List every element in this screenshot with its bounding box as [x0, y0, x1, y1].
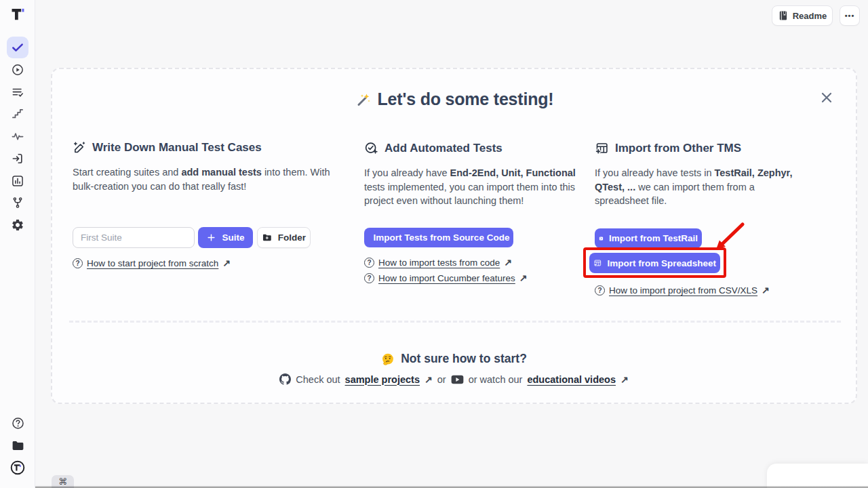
onboarding-card: Let's do some testing! Write Down Manual…	[51, 68, 857, 404]
sidebar-item-help[interactable]	[7, 412, 28, 434]
question-icon: ?	[73, 258, 83, 268]
sidebar-item-projects[interactable]	[7, 434, 28, 456]
folder-plus-icon	[262, 232, 273, 243]
column-automated-title: Add Automated Tests	[364, 141, 576, 155]
column-import-tms: Import from Other TMS If you already hav…	[595, 141, 798, 208]
help-circle-icon	[11, 416, 25, 430]
sidebar-item-branches[interactable]	[7, 192, 28, 214]
readme-label: Readme	[793, 11, 827, 21]
question-icon: ?	[364, 273, 374, 283]
column-import-title: Import from Other TMS	[595, 141, 798, 155]
external-link-icon: ↗	[762, 285, 770, 296]
list-check-icon	[11, 85, 24, 99]
help-link-row: ? How to import tests from code ↗	[364, 257, 512, 268]
import-from-testrail-button[interactable]: Import from TestRail	[595, 228, 702, 248]
educational-videos-link[interactable]: educational videos	[527, 374, 616, 385]
column-automated-description: If you already have End-2End, Unit, Func…	[364, 166, 576, 208]
column-automated-tests: Add Automated Tests If you already have …	[364, 141, 576, 208]
column-import-description: If you already have tests in TestRail, Z…	[595, 166, 798, 208]
bar-chart-icon	[11, 174, 24, 188]
play-circle-icon	[11, 63, 24, 77]
account-logo-icon	[9, 460, 26, 476]
book-icon	[778, 10, 788, 21]
circle-check-plus-icon	[364, 141, 378, 155]
sidebar-item-tests[interactable]	[7, 37, 28, 58]
sidebar-item-analytics[interactable]	[7, 170, 28, 192]
annotation-arrow	[710, 220, 752, 256]
how-to-import-cucumber-features-link[interactable]: How to import Cucumber features	[378, 273, 515, 283]
steps-icon	[11, 107, 24, 121]
table-plus-icon	[595, 141, 609, 155]
import-icon	[11, 152, 24, 165]
sidebar-item-account[interactable]	[7, 457, 28, 479]
import-from-spreadsheet-button[interactable]: Import from Spreadsheet	[589, 253, 720, 273]
column-manual-tests: Write Down Manual Test Cases Start creat…	[73, 141, 334, 193]
help-link-row: ? How to import project from CSV/XLS ↗	[595, 285, 770, 296]
question-icon: ?	[364, 258, 374, 268]
bottom-right-widget[interactable]	[767, 464, 868, 488]
arrow-square-icon	[599, 233, 604, 244]
more-options-button[interactable]: •••	[840, 5, 860, 26]
activity-pulse-icon	[11, 129, 24, 143]
question-icon: ?	[595, 285, 605, 296]
pencil-sparkle-icon	[73, 141, 86, 155]
help-link-row: ? How to start project from scratch ↗	[73, 258, 231, 268]
folder-icon	[11, 439, 25, 453]
external-link-icon: ↗	[620, 374, 629, 385]
how-to-import-from-csv-xls-link[interactable]: How to import project from CSV/XLS	[609, 285, 757, 296]
how-to-start-from-scratch-link[interactable]: How to start project from scratch	[87, 258, 218, 268]
app-logo-icon	[9, 5, 26, 23]
git-fork-icon	[11, 196, 24, 209]
sidebar-item-settings[interactable]	[7, 214, 28, 236]
footer-title: Not sure how to start?	[52, 352, 856, 366]
page-title-text: Let's do some testing!	[378, 89, 554, 109]
sidebar-item-runs[interactable]	[7, 59, 28, 81]
external-link-icon: ↗	[504, 257, 512, 268]
external-link-icon: ↗	[425, 374, 433, 385]
column-manual-title: Write Down Manual Test Cases	[73, 141, 334, 155]
plus-icon	[206, 232, 216, 243]
app-logo[interactable]	[9, 5, 26, 23]
how-to-import-tests-from-code-link[interactable]: How to import tests from code	[378, 258, 500, 268]
external-link-icon: ↗	[222, 258, 231, 268]
page-title: Let's do some testing!	[52, 89, 856, 109]
github-icon	[279, 373, 291, 385]
help-link-row: ? How to import Cucumber features ↗	[364, 272, 528, 283]
readme-button[interactable]: Readme	[772, 5, 833, 26]
ellipsis-icon: •••	[845, 12, 855, 20]
command-icon: ⌘	[58, 476, 67, 487]
external-link-icon: ↗	[519, 272, 528, 283]
table-plus-icon	[593, 258, 601, 268]
command-shortcut-button[interactable]: ⌘	[52, 475, 74, 488]
magic-wand-emoji	[355, 92, 371, 108]
first-suite-input[interactable]	[73, 227, 195, 248]
section-divider	[69, 321, 841, 323]
footer-links-row: Check out sample projects ↗ or or watch …	[52, 373, 856, 385]
check-icon	[11, 41, 24, 54]
add-folder-button[interactable]: Folder	[257, 227, 311, 248]
sidebar-item-steps[interactable]	[7, 103, 28, 125]
sidebar-item-import[interactable]	[7, 148, 28, 169]
youtube-icon	[451, 375, 464, 384]
sidebar-item-pulse[interactable]	[7, 125, 28, 147]
column-manual-description: Start creating suites and add manual tes…	[73, 165, 334, 193]
add-suite-button[interactable]: Suite	[198, 227, 253, 248]
import-tests-from-source-code-button[interactable]: Import Tests from Source Code	[364, 228, 513, 247]
gear-icon	[11, 218, 24, 232]
thinking-emoji	[381, 352, 395, 366]
sample-projects-link[interactable]: sample projects	[345, 374, 420, 385]
sidebar-item-plans[interactable]	[7, 81, 28, 103]
sidebar	[0, 0, 35, 488]
